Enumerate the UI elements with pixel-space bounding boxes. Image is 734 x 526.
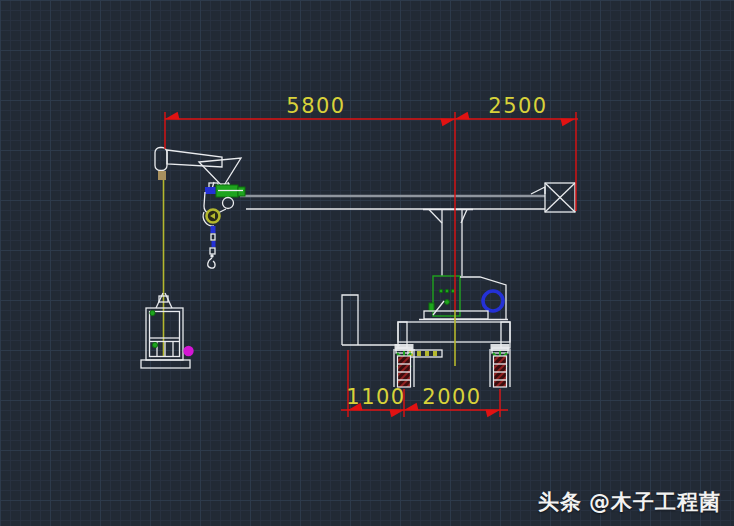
dimension-layer: 5800 2500 1100 2000	[164, 94, 578, 417]
push-handle	[342, 295, 400, 345]
dimension-top: 5800 2500	[164, 94, 578, 310]
jib-crane-head	[155, 148, 245, 269]
dim-label-2500: 2500	[488, 94, 547, 118]
wheel-right	[490, 344, 510, 387]
wheel-left	[394, 344, 414, 387]
crane-drawing: 5800 2500 1100 2000	[0, 0, 734, 526]
magenta-marker	[183, 346, 193, 356]
hook-chain	[208, 226, 216, 268]
hook	[208, 258, 215, 268]
motor-ring	[483, 291, 503, 311]
watermark: 头条@木子工程菌	[538, 488, 721, 516]
girder-beam	[240, 196, 545, 209]
pulley	[223, 198, 234, 209]
mast	[423, 210, 473, 277]
counterweight-symbol	[531, 183, 575, 212]
dimension-bottom: 1100 2000	[341, 350, 508, 417]
dim-label-1100: 1100	[346, 385, 405, 409]
watermark-brand: 头条	[538, 490, 582, 514]
dim-label-5800: 5800	[286, 94, 345, 118]
hoist-trolley	[203, 183, 245, 226]
dim-label-2000: 2000	[422, 385, 481, 409]
watermark-handle: @木子工程菌	[589, 490, 721, 514]
jib-tip	[155, 148, 167, 171]
cad-canvas: 5800 2500 1100 2000 头条@木子工程菌	[0, 0, 734, 526]
load-box	[141, 293, 194, 368]
tow-rod	[408, 350, 442, 357]
chassis-frame	[398, 322, 510, 342]
